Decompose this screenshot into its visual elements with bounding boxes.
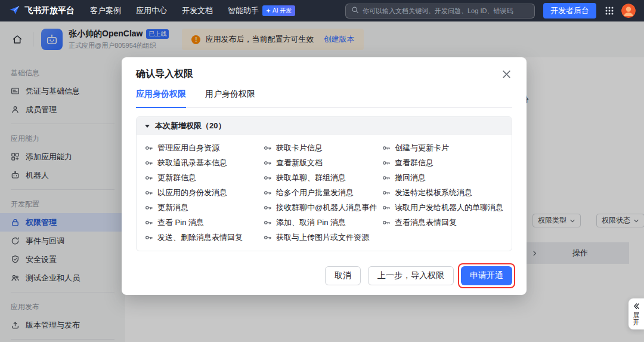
double-chevron-left-icon bbox=[633, 303, 640, 310]
permission-label: 给多个用户批量发消息 bbox=[276, 187, 354, 198]
key-icon bbox=[382, 144, 391, 152]
key-icon bbox=[264, 174, 272, 182]
navbar-search bbox=[345, 4, 535, 19]
permission-item: 添加、取消 Pin 消息 bbox=[264, 217, 377, 228]
key-icon bbox=[264, 189, 272, 197]
feishu-brand[interactable]: 飞书开放平台 bbox=[8, 4, 75, 18]
caret-down-icon bbox=[145, 125, 150, 128]
developer-console-button[interactable]: 开发者后台 bbox=[543, 3, 596, 19]
close-icon[interactable] bbox=[501, 69, 512, 80]
permission-label: 发送、删除消息表情回复 bbox=[157, 232, 243, 243]
key-icon bbox=[264, 159, 272, 167]
permission-item: 获取与上传图片或文件资源 bbox=[264, 232, 377, 243]
permission-item: 获取通讯录基本信息 bbox=[145, 158, 259, 168]
key-icon bbox=[145, 159, 153, 167]
permission-label: 获取单聊、群组消息 bbox=[276, 172, 346, 183]
expand-label: 展开 bbox=[633, 312, 640, 326]
permission-label: 获取通讯录基本信息 bbox=[157, 158, 227, 168]
key-icon bbox=[382, 204, 391, 212]
apply-activate-button[interactable]: 申请开通 bbox=[461, 266, 512, 285]
permission-label: 发送特定模板系统消息 bbox=[395, 187, 472, 198]
back-import-button[interactable]: 上一步，导入权限 bbox=[368, 266, 454, 285]
dialog-tabs: 应用身份权限 用户身份权限 bbox=[136, 89, 512, 108]
permission-label: 接收群聊中@机器人消息事件 bbox=[276, 202, 377, 213]
key-icon bbox=[264, 233, 272, 242]
nav-item-customer-cases[interactable]: 客户案例 bbox=[90, 5, 121, 16]
key-icon bbox=[382, 218, 391, 227]
key-icon bbox=[145, 144, 153, 152]
permission-item: 读取用户发给机器人的单聊消息 bbox=[382, 202, 503, 213]
key-icon bbox=[382, 189, 391, 197]
top-navbar: 飞书开放平台 客户案例 应用中心 开发文档 智能助手 AI 开发 开发者后台 bbox=[0, 0, 644, 21]
permission-label: 获取卡片信息 bbox=[276, 143, 323, 153]
permission-item: 查看新版文档 bbox=[264, 158, 377, 168]
permission-item: 撤回消息 bbox=[382, 172, 503, 183]
brand-label: 飞书开放平台 bbox=[24, 5, 75, 16]
key-icon bbox=[145, 189, 153, 197]
permission-item: 获取单聊、群组消息 bbox=[264, 172, 377, 183]
permission-label: 撤回消息 bbox=[395, 172, 426, 183]
permission-label: 查看消息表情回复 bbox=[395, 217, 457, 228]
tab-user-identity-permissions[interactable]: 用户身份权限 bbox=[205, 89, 255, 107]
permission-item: 查看 Pin 消息 bbox=[145, 217, 259, 228]
key-icon bbox=[145, 204, 153, 212]
permission-item: 创建与更新卡片 bbox=[382, 143, 503, 153]
cancel-button[interactable]: 取消 bbox=[325, 266, 361, 285]
permission-label: 读取用户发给机器人的单聊消息 bbox=[395, 202, 503, 213]
permission-label: 更新消息 bbox=[157, 202, 188, 213]
permission-item: 更新消息 bbox=[145, 202, 259, 213]
permission-item: 获取卡片信息 bbox=[264, 143, 377, 153]
nav-item-assistant-label: 智能助手 bbox=[228, 5, 259, 16]
permission-label: 管理应用自身资源 bbox=[157, 143, 219, 153]
permission-item: 查看消息表情回复 bbox=[382, 217, 503, 228]
key-icon bbox=[145, 174, 153, 182]
nav-item-dev-docs[interactable]: 开发文档 bbox=[182, 5, 213, 16]
key-icon bbox=[145, 218, 153, 227]
navbar-menu: 客户案例 应用中心 开发文档 智能助手 AI 开发 bbox=[90, 5, 295, 16]
permission-item: 发送、删除消息表情回复 bbox=[145, 232, 259, 243]
nav-item-app-center[interactable]: 应用中心 bbox=[136, 5, 167, 16]
permission-item: 发送特定模板系统消息 bbox=[382, 187, 503, 198]
permission-label: 添加、取消 Pin 消息 bbox=[276, 217, 346, 228]
tab-app-identity-permissions[interactable]: 应用身份权限 bbox=[136, 89, 186, 108]
permission-item: 以应用的身份发消息 bbox=[145, 187, 259, 198]
key-icon bbox=[382, 174, 391, 182]
dialog-footer: 取消 上一步，导入权限 申请开通 bbox=[325, 266, 512, 285]
key-icon bbox=[264, 218, 272, 227]
permission-label: 查看新版文档 bbox=[276, 158, 323, 168]
permission-label: 查看群信息 bbox=[395, 158, 434, 168]
screen: 飞书开放平台 客户案例 应用中心 开发文档 智能助手 AI 开发 开发者后台 bbox=[0, 0, 644, 342]
permission-item: 管理应用自身资源 bbox=[145, 143, 259, 153]
key-icon bbox=[145, 233, 153, 242]
permission-label: 查看 Pin 消息 bbox=[157, 217, 204, 228]
group-collapse-header[interactable]: 本次新增权限（20） bbox=[137, 117, 512, 135]
feishu-logo-icon bbox=[8, 4, 20, 18]
expand-panel-button[interactable]: 展开 bbox=[628, 298, 644, 329]
permission-item: 查看群信息 bbox=[382, 158, 503, 168]
nav-item-assistant[interactable]: 智能助手 AI 开发 bbox=[228, 5, 295, 16]
permission-item: 给多个用户批量发消息 bbox=[264, 187, 377, 198]
apps-grid-icon[interactable] bbox=[605, 6, 614, 16]
permission-label: 创建与更新卡片 bbox=[395, 143, 449, 153]
permission-item: 更新群信息 bbox=[145, 172, 259, 183]
group-title: 本次新增权限（20） bbox=[155, 121, 225, 131]
new-permissions-group: 本次新增权限（20） 管理应用自身资源 获取卡片信息 创建与更新卡片 获取通讯录… bbox=[136, 116, 512, 251]
dialog-title: 确认导入权限 bbox=[136, 68, 193, 81]
key-icon bbox=[264, 144, 272, 152]
ai-dev-badge: AI 开发 bbox=[262, 5, 295, 16]
search-icon bbox=[351, 5, 359, 16]
search-input[interactable] bbox=[363, 7, 529, 14]
permission-list: 管理应用自身资源 获取卡片信息 创建与更新卡片 获取通讯录基本信息 查看新版文档… bbox=[137, 135, 512, 251]
key-icon bbox=[382, 159, 391, 167]
confirm-import-permissions-dialog: 确认导入权限 应用身份权限 用户身份权限 本次新增权限（20） 管理应用自身资源… bbox=[122, 57, 527, 295]
user-avatar[interactable] bbox=[621, 4, 636, 18]
apply-button-wrap: 申请开通 bbox=[461, 266, 512, 285]
permission-label: 更新群信息 bbox=[157, 172, 196, 183]
permission-label: 以应用的身份发消息 bbox=[157, 187, 227, 198]
key-icon bbox=[264, 204, 272, 212]
sparkle-icon bbox=[266, 8, 271, 13]
permission-item: 接收群聊中@机器人消息事件 bbox=[264, 202, 377, 213]
permission-label: 获取与上传图片或文件资源 bbox=[276, 232, 369, 243]
